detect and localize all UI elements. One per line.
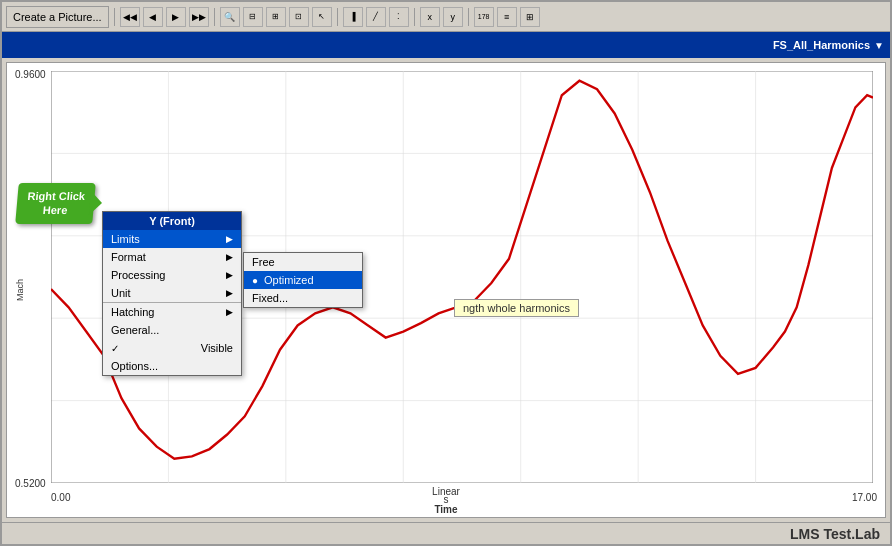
value-2-icon[interactable]: ≡ [497, 7, 517, 27]
submenu-item-optimized[interactable]: ● Optimized [244, 271, 362, 289]
menu-item-limits[interactable]: Limits ▶ Free ● Optimized [103, 230, 241, 248]
toolbar-sep3 [337, 8, 338, 26]
lms-logo: LMS Test.Lab [790, 526, 880, 542]
value-1-icon[interactable]: 178 [474, 7, 494, 27]
menu-item-hatching[interactable]: Hatching ▶ [103, 302, 241, 321]
status-bar: LMS Test.Lab [2, 522, 890, 544]
arrow-box: Right Click Here [15, 183, 96, 224]
lms-text: LMS [790, 526, 820, 542]
context-menu-container: Y (Front) Limits ▶ Free ● Optimiz [102, 211, 242, 376]
menu-item-limits-label: Limits [111, 233, 140, 245]
menu-item-processing-label: Processing [111, 269, 165, 281]
select-icon[interactable]: ↖ [312, 7, 332, 27]
toolbar-separator [114, 8, 115, 26]
x-label-time: Time [434, 504, 457, 515]
chart-area: 0.9600 0.5200 Mach 0.00 17.00 Linear s T… [6, 62, 886, 518]
toolbar-sep2 [214, 8, 215, 26]
chart-bar-icon[interactable]: ▐ [343, 7, 363, 27]
processing-arrow-icon: ▶ [226, 270, 233, 280]
y-axis-label: Mach [15, 279, 25, 301]
testlab-label: Test.Lab [823, 526, 880, 542]
annotation-line1: Right Click [27, 190, 86, 202]
submenu-free-label: Free [252, 256, 275, 268]
nav-prev-fast-icon[interactable]: ◀◀ [120, 7, 140, 27]
menu-item-options[interactable]: Options... [103, 357, 241, 375]
value-3-icon[interactable]: ⊞ [520, 7, 540, 27]
x-end-value: 17.00 [852, 492, 877, 503]
hatching-arrow-icon: ▶ [226, 307, 233, 317]
menu-item-unit-label: Unit [111, 287, 131, 299]
optimized-tooltip: ngth whole harmonics [454, 299, 579, 317]
axis-x-icon[interactable]: x [420, 7, 440, 27]
toolbar: Create a Picture... ◀◀ ◀ ▶ ▶▶ 🔍 ⊟ ⊞ ⊡ ↖ … [2, 2, 890, 32]
optimized-check-icon: ● [252, 275, 258, 286]
menu-item-processing[interactable]: Processing ▶ [103, 266, 241, 284]
nav-next-fast-icon[interactable]: ▶▶ [189, 7, 209, 27]
submenu-limits: Free ● Optimized Fixed... ngth [243, 252, 363, 308]
menu-item-options-label: Options... [111, 360, 158, 372]
zoom-full-icon[interactable]: ⊡ [289, 7, 309, 27]
channel-dropdown-icon[interactable]: ▼ [874, 40, 884, 51]
menu-item-format[interactable]: Format ▶ [103, 248, 241, 266]
menu-item-visible-label: Visible [201, 342, 233, 354]
y-top-value: 0.9600 [15, 69, 46, 80]
toolbar-sep4 [414, 8, 415, 26]
main-window: Create a Picture... ◀◀ ◀ ▶ ▶▶ 🔍 ⊟ ⊞ ⊡ ↖ … [0, 0, 892, 546]
toolbar-sep5 [468, 8, 469, 26]
menu-item-general[interactable]: General... [103, 321, 241, 339]
axis-y-icon[interactable]: y [443, 7, 463, 27]
optimized-tooltip-text: ngth whole harmonics [463, 302, 570, 314]
annotation-line2: Here [42, 204, 68, 216]
chart-line-icon[interactable]: ╱ [366, 7, 386, 27]
x-start-value: 0.00 [51, 492, 70, 503]
submenu-fixed-label: Fixed... [252, 292, 288, 304]
context-menu: Y (Front) Limits ▶ Free ● Optimiz [102, 211, 242, 376]
chart-dot-icon[interactable]: ⁚ [389, 7, 409, 27]
submenu-item-free[interactable]: Free [244, 253, 362, 271]
menu-item-general-label: General... [111, 324, 159, 336]
nav-next-icon[interactable]: ▶ [166, 7, 186, 27]
menu-item-visible[interactable]: ✓ Visible [103, 339, 241, 357]
menu-item-format-label: Format [111, 251, 146, 263]
context-menu-header: Y (Front) [103, 212, 241, 230]
channel-bar: FS_All_Harmonics ▼ [2, 32, 890, 58]
visible-check-icon: ✓ [111, 343, 119, 354]
limits-arrow-icon: ▶ [226, 234, 233, 244]
format-arrow-icon: ▶ [226, 252, 233, 262]
y-bottom-value: 0.5200 [15, 478, 46, 489]
annotation-arrow: Right Click Here [17, 183, 94, 224]
zoom-out-icon[interactable]: ⊟ [243, 7, 263, 27]
nav-prev-icon[interactable]: ◀ [143, 7, 163, 27]
zoom-icon[interactable]: 🔍 [220, 7, 240, 27]
menu-item-unit[interactable]: Unit ▶ [103, 284, 241, 302]
menu-item-hatching-label: Hatching [111, 306, 154, 318]
channel-name-label: FS_All_Harmonics [773, 39, 870, 51]
submenu-item-fixed[interactable]: Fixed... [244, 289, 362, 307]
main-content: 0.9600 0.5200 Mach 0.00 17.00 Linear s T… [2, 58, 890, 522]
create-picture-button[interactable]: Create a Picture... [6, 6, 109, 28]
submenu-optimized-label: Optimized [264, 274, 314, 286]
unit-arrow-icon: ▶ [226, 288, 233, 298]
zoom-rect-icon[interactable]: ⊞ [266, 7, 286, 27]
